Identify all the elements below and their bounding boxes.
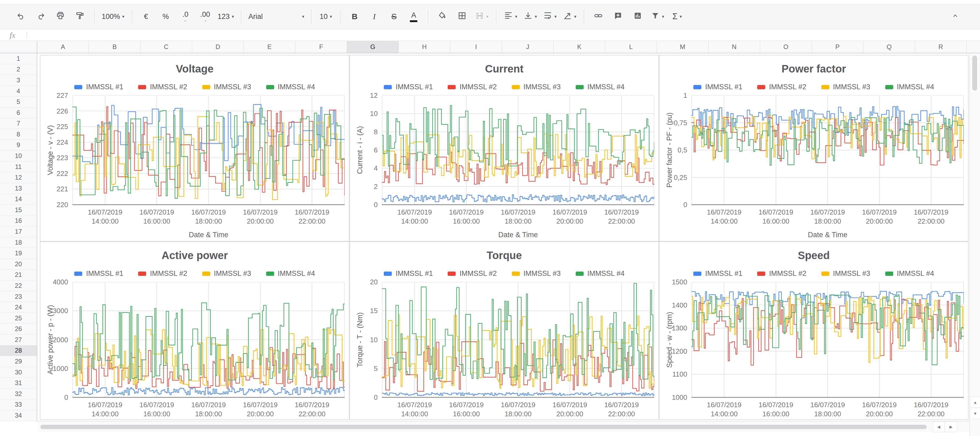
row-header-9[interactable]: 9 [0,140,37,151]
redo-button[interactable] [31,8,51,24]
chart-speed[interactable]: SpeedIMMSSL #1IMMSSL #2IMMSSL #3IMMSSL #… [659,241,969,420]
chart-active-power[interactable]: Active powerIMMSSL #1IMMSSL #2IMMSSL #3I… [40,241,350,420]
column-header-p[interactable]: P [812,41,864,53]
column-header-m[interactable]: M [657,41,708,53]
legend-swatch-icon [202,85,210,89]
chart-current[interactable]: CurrentIMMSSL #1IMMSSL #2IMMSSL #3IMMSSL… [350,55,659,241]
row-header-20[interactable]: 20 [0,259,37,270]
vertical-scrollbar[interactable]: ▲ ▼ [969,53,980,436]
undo-button[interactable] [11,8,31,24]
scroll-left-button[interactable]: ◀ [932,422,945,432]
column-header-i[interactable]: I [450,41,502,53]
chart-voltage[interactable]: VoltageIMMSSL #1IMMSSL #2IMMSSL #3IMMSSL… [40,55,350,241]
row-header-6[interactable]: 6 [0,107,37,118]
select-all-corner[interactable] [0,41,37,53]
horizontal-scrollbar[interactable]: ◀ ▶ [37,421,969,432]
decrease-decimal-button[interactable]: .0 ← [176,8,196,24]
row-header-2[interactable]: 2 [0,64,37,75]
row-header-24[interactable]: 24 [0,302,37,313]
text-color-button[interactable]: A [404,8,423,24]
row-header-5[interactable]: 5 [0,96,37,107]
horizontal-align-dropdown[interactable]: ▾ [501,8,520,24]
increase-decimal-button[interactable]: .00 → [196,8,215,24]
format-percent-button[interactable]: % [156,8,176,24]
chart-power-factor[interactable]: Power factorIMMSSL #1IMMSSL #2IMMSSL #3I… [659,55,969,241]
chart-torque[interactable]: TorqueIMMSSL #1IMMSSL #2IMMSSL #3IMMSSL … [350,241,659,420]
row-header-14[interactable]: 14 [0,194,37,205]
filter-dropdown[interactable]: ▾ [648,8,667,24]
column-header-e[interactable]: E [244,41,296,53]
scroll-up-button[interactable]: ▲ [970,396,980,408]
row-header-32[interactable]: 32 [0,388,37,399]
column-header-r[interactable]: R [915,41,967,53]
more-formats-dropdown[interactable]: 123 ▾ [215,8,237,24]
italic-button[interactable]: I [364,8,384,24]
row-header-31[interactable]: 31 [0,378,37,388]
row-header-33[interactable]: 33 [0,399,37,410]
column-header-k[interactable]: K [554,41,605,53]
text-rotation-dropdown[interactable]: ▾ [560,8,579,24]
text-wrap-dropdown[interactable]: ▾ [540,8,560,24]
row-header-27[interactable]: 27 [0,334,37,345]
row-header-17[interactable]: 17 [0,226,37,237]
font-dropdown[interactable]: Arial ▾ [246,8,307,24]
zoom-dropdown[interactable]: 100% ▾ [99,8,127,24]
row-header-10[interactable]: 10 [0,150,37,161]
formula-input[interactable] [27,30,980,40]
column-header-q[interactable]: Q [864,41,915,53]
insert-link-button[interactable] [589,8,608,24]
column-header-d[interactable]: D [192,41,244,53]
font-size-dropdown[interactable]: 10 ▾ [316,8,336,24]
fill-color-button[interactable] [433,8,452,24]
column-header-j[interactable]: J [502,41,554,53]
row-header-3[interactable]: 3 [0,75,37,86]
scroll-down-button[interactable]: ▼ [970,408,980,419]
borders-button[interactable] [452,8,472,24]
column-header-b[interactable]: B [89,41,140,53]
insert-chart-button[interactable] [628,8,648,24]
column-header-l[interactable]: L [605,41,657,53]
row-header-8[interactable]: 8 [0,129,37,140]
row-header-16[interactable]: 16 [0,216,37,227]
column-header-o[interactable]: O [760,41,812,53]
row-header-26[interactable]: 26 [0,324,37,334]
row-header-21[interactable]: 21 [0,270,37,281]
functions-dropdown[interactable]: Σ ▾ [667,8,687,24]
scroll-right-button[interactable]: ▶ [945,422,957,432]
row-header-28[interactable]: 28 [0,345,37,356]
row-header-22[interactable]: 22 [0,280,37,291]
chart-title: Speed [660,249,968,262]
row-header-19[interactable]: 19 [0,248,37,259]
strikethrough-button[interactable]: S [384,8,404,24]
row-header-7[interactable]: 7 [0,118,37,129]
merge-cells-dropdown[interactable]: ▾ [472,8,492,24]
column-header-h[interactable]: H [399,41,450,53]
x-tick-label: 16/07/201918:00:00 [799,208,857,226]
format-currency-button[interactable]: € [136,8,156,24]
column-header-f[interactable]: F [296,41,347,53]
bold-button[interactable]: B [345,8,364,24]
row-header-13[interactable]: 13 [0,183,37,194]
print-button[interactable] [51,8,70,24]
row-header-15[interactable]: 15 [0,205,37,216]
row-header-34[interactable]: 34 [0,410,37,421]
vertical-scrollbar-thumb[interactable] [972,56,977,91]
column-header-c[interactable]: C [140,41,192,53]
insert-comment-button[interactable] [608,8,628,24]
vertical-align-dropdown[interactable]: ▾ [520,8,540,24]
row-header-23[interactable]: 23 [0,291,37,302]
row-header-1[interactable]: 1 [0,53,37,64]
column-header-g[interactable]: G [347,41,399,53]
column-header-n[interactable]: N [708,41,760,53]
paint-format-button[interactable] [70,8,90,24]
row-header-18[interactable]: 18 [0,237,37,248]
horizontal-scrollbar-thumb[interactable] [40,425,927,429]
row-header-12[interactable]: 12 [0,172,37,183]
row-header-4[interactable]: 4 [0,86,37,97]
row-header-30[interactable]: 30 [0,367,37,378]
collapse-toolbar-button[interactable] [945,8,965,24]
row-header-11[interactable]: 11 [0,161,37,172]
row-header-25[interactable]: 25 [0,313,37,324]
row-header-29[interactable]: 29 [0,356,37,367]
column-header-a[interactable]: A [37,41,89,53]
